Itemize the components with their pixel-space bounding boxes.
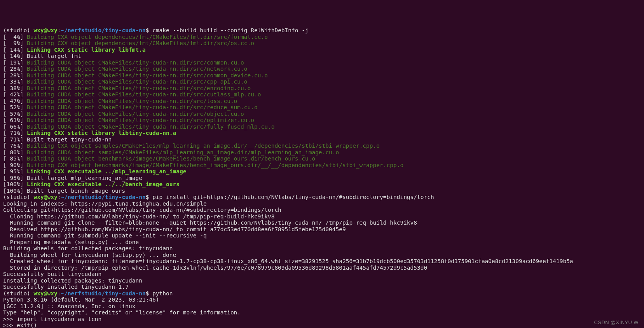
build-percent: [ 66%] bbox=[3, 124, 27, 130]
cwd-path: ~/nerfstudio/tiny-cuda-nn bbox=[61, 27, 145, 33]
cmake-output-line: [ 85%] Building CUDA object benchmarks/i… bbox=[3, 155, 641, 162]
build-message: Building CUDA object CMakeFiles/tiny-cud… bbox=[27, 72, 268, 79]
cmake-output-line: [ 76%] Building CXX object samples/CMake… bbox=[3, 143, 641, 149]
build-message: Linking CXX static library libfmt.a bbox=[27, 47, 146, 53]
cmake-output-line: [ 52%] Building CUDA object CMakeFiles/t… bbox=[3, 104, 641, 111]
build-percent: [ 14%] bbox=[3, 53, 27, 59]
python-banner-line: Python 3.8.16 (default, Mar 2 2023, 03:2… bbox=[3, 297, 641, 303]
cmake-output-line: [ 4%] Building CXX object dependencies/f… bbox=[3, 34, 641, 40]
repl-input: exit() bbox=[17, 322, 37, 328]
cmake-output-line: [ 9%] Building CXX object dependencies/f… bbox=[3, 40, 641, 47]
conda-env: (studio) bbox=[3, 194, 34, 200]
cmake-output-line: [ 95%] Built target mlp_learning_an_imag… bbox=[3, 175, 641, 181]
build-message: Linking CXX executable ../../bench_image… bbox=[27, 181, 180, 187]
cmake-output-line: [ 38%] Building CUDA object CMakeFiles/t… bbox=[3, 85, 641, 92]
build-percent: [ 85%] bbox=[3, 155, 27, 162]
cmake-output-line: [ 28%] Building CUDA object CMakeFiles/t… bbox=[3, 66, 641, 72]
build-message: Building CUDA object samples/CMakeFiles/… bbox=[27, 149, 339, 155]
build-message: Building CXX object benchmarks/image/CMa… bbox=[27, 162, 403, 168]
user-host: wxy@wxy bbox=[34, 27, 58, 33]
build-percent: [ 42%] bbox=[3, 91, 27, 98]
build-message: Linking CXX executable ../mlp_learning_a… bbox=[27, 168, 186, 174]
cwd-path: ~/nerfstudio/tiny-cuda-nn bbox=[61, 290, 145, 297]
cmake-output-line: [ 47%] Building CUDA object CMakeFiles/t… bbox=[3, 98, 641, 105]
build-message: Building CUDA object CMakeFiles/tiny-cud… bbox=[27, 104, 258, 110]
pip-output-line: Building wheel for tinycudann (setup.py)… bbox=[3, 252, 641, 258]
build-percent: [ 61%] bbox=[3, 117, 27, 123]
pip-output-line: Cloning https://github.com/NVlabs/tiny-c… bbox=[3, 213, 641, 220]
build-message: Built target mlp_learning_an_image bbox=[27, 175, 142, 181]
build-percent: [ 95%] bbox=[3, 175, 27, 181]
build-message: Built target fmt bbox=[27, 53, 81, 59]
build-percent: [ 28%] bbox=[3, 66, 27, 72]
build-percent: [ 19%] bbox=[3, 59, 27, 66]
build-percent: [ 47%] bbox=[3, 98, 27, 104]
build-percent: [ 33%] bbox=[3, 79, 27, 85]
pip-output-line: Stored in directory: /tmp/pip-ephem-whee… bbox=[3, 265, 641, 271]
cmake-output-line: [ 61%] Building CUDA object CMakeFiles/t… bbox=[3, 117, 641, 124]
build-message: Building CUDA object CMakeFiles/tiny-cud… bbox=[27, 66, 247, 72]
build-percent: [ 52%] bbox=[3, 104, 27, 110]
user-host: wxy@wxy bbox=[34, 194, 58, 200]
cmake-output-line: [ 42%] Building CUDA object CMakeFiles/t… bbox=[3, 91, 641, 98]
cmake-output-line: [ 19%] Building CUDA object CMakeFiles/t… bbox=[3, 59, 641, 66]
repl-prompt: >>> bbox=[3, 316, 17, 322]
build-percent: [ 76%] bbox=[3, 143, 27, 149]
conda-env: (studio) bbox=[3, 290, 34, 297]
pip-output-line: Preparing metadata (setup.py) ... done bbox=[3, 239, 641, 246]
build-percent: [ 9%] bbox=[3, 40, 27, 46]
cmake-output-line: [ 33%] Building CUDA object CMakeFiles/t… bbox=[3, 79, 641, 85]
cmake-output-line: [ 28%] Building CUDA object CMakeFiles/t… bbox=[3, 72, 641, 79]
prompt-line-1: (studio) wxy@wxy:~/nerfstudio/tiny-cuda-… bbox=[3, 27, 641, 34]
pip-output-line: Resolved https://github.com/NVlabs/tiny-… bbox=[3, 226, 641, 233]
pip-output-line: Running command git clone --filter=blob:… bbox=[3, 220, 641, 226]
repl-input: import tinycudann as tcnn bbox=[17, 316, 101, 322]
cmake-output-line: [100%] Linking CXX executable ../../benc… bbox=[3, 181, 641, 188]
pip-output-line: Created wheel for tinycudann: filename=t… bbox=[3, 258, 641, 265]
terminal-output[interactable]: (studio) wxy@wxy:~/nerfstudio/tiny-cuda-… bbox=[3, 27, 641, 328]
cmake-output-line: [ 95%] Linking CXX executable ../mlp_lea… bbox=[3, 168, 641, 175]
build-percent: [ 38%] bbox=[3, 85, 27, 91]
cmake-output-line: [ 14%] Built target fmt bbox=[3, 53, 641, 59]
build-percent: [ 90%] bbox=[3, 162, 27, 168]
pip-output-line: Looking in indexes: https://pypi.tuna.ts… bbox=[3, 201, 641, 207]
cmake-output-line: [ 14%] Linking CXX static library libfmt… bbox=[3, 47, 641, 53]
cmake-output-line: [ 90%] Building CXX object benchmarks/im… bbox=[3, 162, 641, 169]
pip-output-line: Installing collected packages: tinycudan… bbox=[3, 277, 641, 284]
pip-output-line: Collecting git+https://github.com/NVlabs… bbox=[3, 207, 641, 213]
cmake-output-line: [100%] Built target bench_image_ours bbox=[3, 188, 641, 194]
repl-prompt: >>> bbox=[3, 322, 17, 328]
cmake-output-line: [ 66%] Building CUDA object CMakeFiles/t… bbox=[3, 124, 641, 130]
build-percent: [ 14%] bbox=[3, 47, 27, 53]
prompt-line-3: (studio) wxy@wxy:~/nerfstudio/tiny-cuda-… bbox=[3, 290, 641, 297]
cmake-output-line: [ 80%] Building CUDA object samples/CMak… bbox=[3, 149, 641, 156]
build-percent: [100%] bbox=[3, 188, 27, 194]
build-message: Building CUDA object CMakeFiles/tiny-cud… bbox=[27, 124, 274, 130]
build-percent: [ 80%] bbox=[3, 149, 27, 155]
prompt-line-2: (studio) wxy@wxy:~/nerfstudio/tiny-cuda-… bbox=[3, 194, 641, 201]
cwd-path: ~/nerfstudio/tiny-cuda-nn bbox=[61, 194, 145, 200]
build-message: Building CUDA object CMakeFiles/tiny-cud… bbox=[27, 111, 244, 117]
build-percent: [100%] bbox=[3, 181, 27, 187]
build-message: Building CUDA object benchmarks/image/CM… bbox=[27, 155, 315, 162]
watermark: CSDN @XINYU W bbox=[594, 319, 639, 326]
cmake-output-line: [ 71%] Built target tiny-cuda-nn bbox=[3, 136, 641, 143]
pip-output-line: Successfully built tinycudann bbox=[3, 271, 641, 277]
python-banner-line: [GCC 11.2.0] :: Anaconda, Inc. on linux bbox=[3, 303, 641, 310]
python-banner-line: Type "help", "copyright", "credits" or "… bbox=[3, 309, 641, 316]
build-percent: [ 57%] bbox=[3, 111, 27, 117]
build-message: Linking CXX static library libtiny-cuda-… bbox=[27, 130, 176, 136]
command-text: pip install git+https://github.com/NVlab… bbox=[152, 194, 434, 200]
conda-env: (studio) bbox=[3, 27, 34, 33]
build-message: Building CUDA object CMakeFiles/tiny-cud… bbox=[27, 117, 254, 123]
command-text: python bbox=[152, 290, 173, 297]
build-message: Building CXX object dependencies/fmt/CMa… bbox=[27, 40, 254, 46]
build-percent: [ 28%] bbox=[3, 72, 27, 79]
build-message: Built target bench_image_ours bbox=[27, 188, 125, 194]
build-message: Building CUDA object CMakeFiles/tiny-cud… bbox=[27, 91, 261, 98]
build-percent: [ 71%] bbox=[3, 130, 27, 136]
build-percent: [ 71%] bbox=[3, 136, 27, 143]
build-message: Building CUDA object CMakeFiles/tiny-cud… bbox=[27, 85, 251, 91]
build-message: Building CUDA object CMakeFiles/tiny-cud… bbox=[27, 79, 247, 85]
pip-output-line: Successfully installed tinycudann-1.7 bbox=[3, 284, 641, 290]
